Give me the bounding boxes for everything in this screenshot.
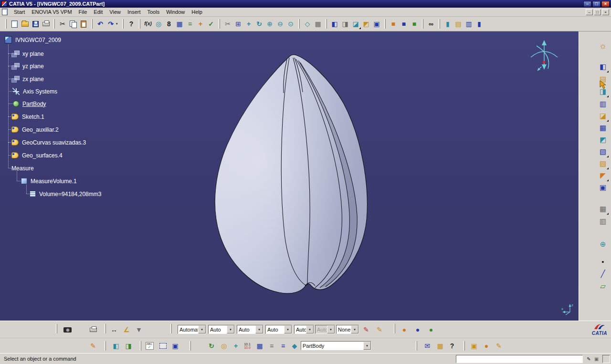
shaded-view-icon[interactable]: ◧ [329, 19, 340, 29]
save-icon[interactable] [30, 19, 41, 29]
doc-restore-button[interactable]: □ [594, 9, 601, 15]
context-help-icon[interactable]: ? [447, 341, 457, 351]
close-button[interactable]: × [601, 1, 610, 7]
knowledge-column-icon[interactable]: ▮ [474, 19, 485, 29]
compass-anchor-dot[interactable] [543, 61, 545, 63]
collab-grid-icon[interactable]: ▦ [435, 341, 445, 351]
toolbar-grip[interactable] [122, 19, 124, 29]
menu-tools[interactable]: Tools [144, 9, 163, 15]
iso-view-icon[interactable]: ◇ [302, 19, 313, 29]
capture-icon[interactable] [62, 324, 73, 335]
tree-node-measure[interactable]: Measure [11, 164, 34, 172]
fill-icon[interactable]: ▦ [597, 122, 609, 134]
document-icon[interactable] [2, 9, 8, 15]
toolbar-grip[interactable] [53, 19, 55, 29]
abc-check-icon[interactable]: ABC✓ [144, 341, 155, 351]
toolbar-grip[interactable] [298, 19, 300, 29]
tree-filter-icon[interactable]: ≡ [278, 341, 288, 351]
loft-icon[interactable]: ◩ [597, 134, 609, 146]
tree-node-root[interactable]: IVNGWC07_2009 [5, 36, 61, 44]
insert-node-icon[interactable]: ◆ [289, 341, 300, 351]
undo-icon[interactable]: ↶ [95, 19, 105, 29]
pan-icon[interactable]: + [243, 19, 254, 29]
toolbar-grip[interactable] [422, 19, 423, 29]
tree-node-geocurvas[interactable]: GeoCurvas suavizadas.3 [11, 138, 86, 146]
doc-minimize-button[interactable]: – [586, 9, 593, 15]
work-grid-icon[interactable]: ▦ [254, 341, 265, 351]
tree-node-partbody[interactable]: PartBody [13, 100, 46, 108]
toolbar-grip[interactable] [394, 324, 395, 333]
cut-icon[interactable]: ✂ [57, 19, 68, 29]
status-edit-icon[interactable]: ✎ [585, 355, 592, 363]
knife-icon[interactable]: ✎ [88, 341, 98, 351]
tree-node-sketch1[interactable]: Sketch.1 [11, 113, 44, 121]
painter-icon[interactable]: ✎ [361, 324, 371, 335]
precision-icon[interactable]: 10.110.0 [242, 341, 253, 351]
measure-between-icon[interactable]: ↔ [109, 324, 119, 335]
toolbar-grip[interactable] [170, 324, 172, 333]
toolbar-grip[interactable] [105, 324, 106, 333]
plane-tool-icon[interactable]: ▱ [597, 281, 609, 292]
zoom-out-icon[interactable]: ⊖ [275, 19, 285, 29]
parameters-icon[interactable]: + [195, 19, 206, 29]
toolbar-grip[interactable] [140, 341, 141, 351]
hide-show-icon[interactable]: ◩ [361, 19, 371, 29]
redo-icon[interactable]: ↷ [105, 19, 116, 29]
update-icon[interactable]: ↻ [206, 341, 217, 351]
color-combo[interactable]: Automatic ▼ [178, 325, 206, 334]
menu-start[interactable]: Start [11, 9, 28, 15]
menu-edit[interactable]: Edit [90, 9, 106, 15]
apply-material-icon[interactable]: ◧ [111, 341, 121, 351]
catalog-icon[interactable]: ▤ [453, 19, 464, 29]
tree-node-geo-auxiliar[interactable]: Geo_auxiliar.2 [11, 125, 59, 134]
combo-arrow-icon[interactable]: ▼ [306, 325, 314, 333]
redo-flyout-icon[interactable]: ▾ [116, 22, 120, 26]
normal-view-icon[interactable]: ⊙ [285, 19, 296, 29]
tree-node-volume-result[interactable]: Volume=94184,208mm3 [30, 190, 101, 198]
join-icon[interactable]: ▨ [597, 158, 609, 169]
toolbar-grip[interactable] [439, 19, 440, 29]
menu-help[interactable]: Help [188, 9, 206, 15]
knowledge-ball-icon[interactable]: ● [399, 324, 410, 335]
combo-arrow-icon[interactable]: ▼ [363, 342, 371, 350]
mail-icon[interactable]: ✉ [422, 341, 432, 351]
whats-this-icon[interactable]: ? [126, 19, 137, 29]
combo-arrow-icon[interactable]: ▼ [351, 325, 358, 333]
search-ball-icon[interactable]: ● [412, 324, 423, 335]
measure-item-icon[interactable]: ■ [399, 19, 409, 29]
graph-tool-icon[interactable]: ◨ [123, 341, 134, 351]
new-document-icon[interactable] [9, 19, 20, 29]
check-analysis-icon[interactable]: ✓ [206, 19, 216, 29]
maximize-button[interactable]: □ [592, 1, 600, 7]
menu-window[interactable]: Window [163, 9, 188, 15]
point-icon[interactable]: • [597, 256, 609, 267]
open-icon[interactable] [20, 19, 30, 29]
swap-space-icon[interactable]: ▣ [371, 19, 382, 29]
view-compass[interactable] [524, 38, 564, 76]
toolbar-grip[interactable] [105, 341, 106, 351]
point-symbol-combo[interactable]: Auto ▼ [265, 325, 292, 334]
snapshot-icon[interactable]: ● [481, 341, 492, 351]
zoom-in-icon[interactable]: ⊕ [264, 19, 275, 29]
shuttle-icon[interactable]: ▮ [442, 19, 453, 29]
combo-arrow-icon[interactable]: ▼ [284, 325, 292, 333]
tree-node-geo-surfaces[interactable]: Geo_surfaces.4 [11, 151, 63, 159]
multi-view-icon[interactable]: ▦ [313, 19, 323, 29]
toolbar-grip[interactable] [219, 19, 220, 29]
tree-node-measure-volume[interactable]: MeasureVolume.1 [21, 177, 77, 185]
paste-icon[interactable] [78, 19, 89, 29]
combo-arrow-icon[interactable]: ▼ [255, 325, 263, 333]
linetype-combo[interactable]: Auto ▼ [208, 325, 235, 334]
sweep-icon[interactable]: ◪ [597, 110, 609, 122]
measure-between-icon[interactable]: ■ [388, 19, 399, 29]
depth-effect-icon[interactable]: ∞ [426, 19, 436, 29]
blend-icon[interactable]: ▧ [597, 146, 609, 157]
transparency-combo[interactable]: Auto ▼ [294, 325, 314, 334]
line-icon[interactable]: ╱ [597, 268, 609, 280]
menu-insert[interactable]: Insert [124, 9, 144, 15]
relations-icon[interactable]: ≡ [185, 19, 195, 29]
toolbar-grip[interactable] [416, 341, 417, 351]
graphic-wizard-icon[interactable]: ✎ [374, 324, 385, 335]
tree-view-icon[interactable]: ≡ [266, 341, 277, 351]
combo-arrow-icon[interactable]: ▼ [198, 325, 206, 333]
